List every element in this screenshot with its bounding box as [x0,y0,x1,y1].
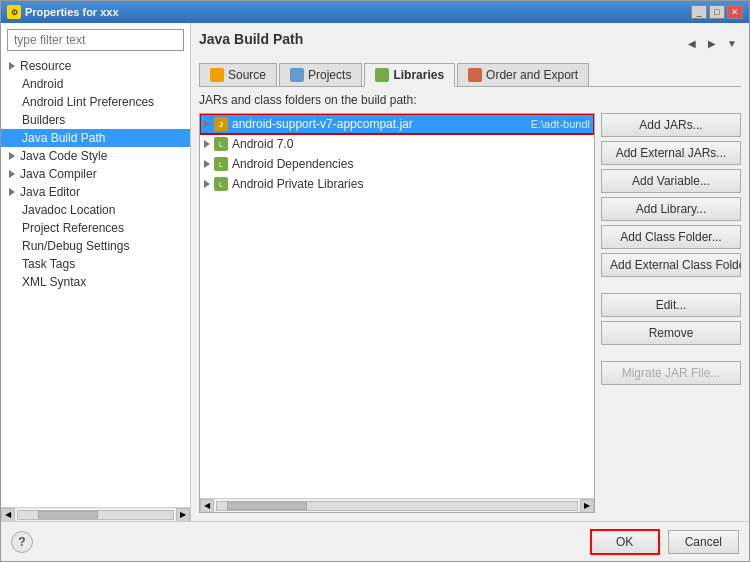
sidebar-item-label: Builders [22,113,65,127]
sidebar-hscroll: ◀ ▶ [1,507,190,521]
sidebar-item-project-references[interactable]: Project References [1,219,190,237]
sidebar-item-label: Project References [22,221,124,235]
android-private-label: Android Private Libraries [232,177,590,191]
tree-table: J android-support-v7-appcompat.jar E:\ad… [200,114,594,498]
sidebar-tree: Resource Android Android Lint Preference… [1,57,190,507]
sidebar-item-label: Task Tags [22,257,75,271]
edit-button[interactable]: Edit... [601,293,741,317]
add-class-folder-button[interactable]: Add Class Folder... [601,225,741,249]
tab-projects[interactable]: Projects [279,63,362,86]
android-deps-label: Android Dependencies [232,157,590,171]
collapse-arrow [9,62,15,70]
sidebar-item-resource[interactable]: Resource [1,57,190,75]
panel-header: Java Build Path ◀ ▶ ▼ [199,31,741,55]
source-tab-icon [210,68,224,82]
tree-scroll-left-btn[interactable]: ◀ [200,499,214,513]
add-external-jars-button[interactable]: Add External JARs... [601,141,741,165]
button-panel: Add JARs... Add External JARs... Add Var… [601,113,741,513]
button-spacer [601,281,741,289]
panel-description: JARs and class folders on the build path… [199,93,741,107]
collapse-arrow [9,170,15,178]
tree-hscroll: ◀ ▶ [200,498,594,512]
close-button[interactable]: ✕ [727,5,743,19]
android-70-label: Android 7.0 [232,137,590,151]
sidebar-item-java-editor[interactable]: Java Editor [1,183,190,201]
footer-left: ? [11,531,582,553]
add-jars-button[interactable]: Add JARs... [601,113,741,137]
cancel-button[interactable]: Cancel [668,530,739,554]
title-bar: ⚙ Properties for xxx _ □ ✕ [1,1,749,23]
add-variable-button[interactable]: Add Variable... [601,169,741,193]
sidebar-item-xml-syntax[interactable]: XML Syntax [1,273,190,291]
sidebar-item-label: Java Code Style [20,149,107,163]
order-tab-icon [468,68,482,82]
sidebar-item-label: Java Editor [20,185,80,199]
scroll-right-btn[interactable]: ▶ [176,508,190,522]
help-button[interactable]: ? [11,531,33,553]
tab-libraries-label: Libraries [393,68,444,82]
jar-filename: android-support-v7-appcompat.jar [232,117,527,131]
lib-icon: L [214,137,228,151]
row-collapse-arrow [204,140,210,148]
sidebar-item-javadoc-location[interactable]: Javadoc Location [1,201,190,219]
nav-back-button[interactable]: ◀ [683,34,701,52]
tab-libraries[interactable]: Libraries [364,63,455,87]
content-area: Resource Android Android Lint Preference… [1,23,749,521]
tree-row-appcompat-jar[interactable]: J android-support-v7-appcompat.jar E:\ad… [200,114,594,134]
scroll-left-btn[interactable]: ◀ [1,508,15,522]
tab-source[interactable]: Source [199,63,277,86]
sidebar-item-builders[interactable]: Builders [1,111,190,129]
sidebar-item-label: Resource [20,59,71,73]
tree-table-container: J android-support-v7-appcompat.jar E:\ad… [199,113,595,513]
minimize-button[interactable]: _ [691,5,707,19]
tree-row-android-70[interactable]: L Android 7.0 [200,134,594,154]
main-window: ⚙ Properties for xxx _ □ ✕ Resource [0,0,750,562]
footer: ? OK Cancel [1,521,749,561]
migrate-jar-button[interactable]: Migrate JAR File... [601,361,741,385]
tree-row-android-deps[interactable]: L Android Dependencies [200,154,594,174]
sidebar-item-android[interactable]: Android [1,75,190,93]
sidebar-item-android-lint[interactable]: Android Lint Preferences [1,93,190,111]
remove-button[interactable]: Remove [601,321,741,345]
scroll-track[interactable] [17,510,174,520]
scroll-thumb[interactable] [38,511,98,519]
title-bar-controls: _ □ ✕ [691,5,743,19]
sidebar-item-java-build-path[interactable]: Java Build Path [1,129,190,147]
sidebar-item-label: Android [22,77,63,91]
tree-scroll-right-btn[interactable]: ▶ [580,499,594,513]
panel-title: Java Build Path [199,31,303,47]
nav-arrows: ◀ ▶ ▼ [683,34,741,52]
main-panel: Java Build Path ◀ ▶ ▼ Source Projects [191,23,749,521]
sidebar-item-label: Run/Debug Settings [22,239,129,253]
button-spacer [601,349,741,357]
nav-forward-button[interactable]: ▶ [703,34,721,52]
ok-button[interactable]: OK [590,529,660,555]
tree-scroll-thumb[interactable] [227,502,307,510]
sidebar-item-task-tags[interactable]: Task Tags [1,255,190,273]
sidebar-item-label: Javadoc Location [22,203,115,217]
jar-file-icon: J [214,117,228,131]
add-library-button[interactable]: Add Library... [601,197,741,221]
tab-projects-label: Projects [308,68,351,82]
sidebar-item-java-code-style[interactable]: Java Code Style [1,147,190,165]
collapse-arrow [9,188,15,196]
maximize-button[interactable]: □ [709,5,725,19]
window-icon: ⚙ [7,5,21,19]
sidebar-item-label: XML Syntax [22,275,86,289]
window-title: Properties for xxx [25,6,119,18]
title-bar-left: ⚙ Properties for xxx [7,5,119,19]
row-collapse-arrow [204,180,210,188]
add-external-class-folder-button[interactable]: Add External Class Folder... [601,253,741,277]
lib-icon: L [214,177,228,191]
tree-row-android-private[interactable]: L Android Private Libraries [200,174,594,194]
main-content: J android-support-v7-appcompat.jar E:\ad… [199,113,741,513]
filter-input[interactable] [7,29,184,51]
nav-dropdown-button[interactable]: ▼ [723,34,741,52]
tree-scroll-track[interactable] [216,501,578,511]
sidebar-item-java-compiler[interactable]: Java Compiler [1,165,190,183]
jar-path: E:\adt-bundl [531,118,590,130]
tabs-row: Source Projects Libraries Order and Expo… [199,63,741,87]
tab-order-export[interactable]: Order and Export [457,63,589,86]
sidebar-item-run-debug[interactable]: Run/Debug Settings [1,237,190,255]
row-collapse-arrow [204,160,210,168]
